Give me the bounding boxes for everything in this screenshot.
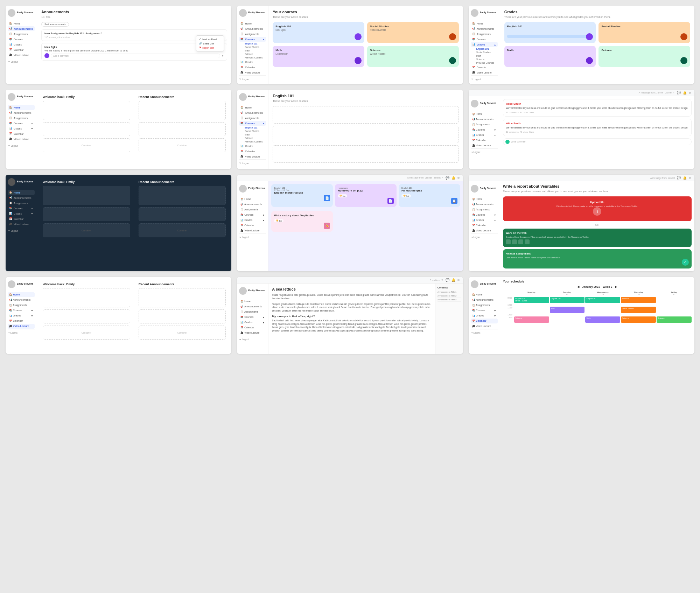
logout-2[interactable]: ↪ Logout <box>239 78 266 81</box>
s9-calendar[interactable]: 📅 Calendar <box>471 223 498 228</box>
sidebar-courses-5[interactable]: 📚 Courses ▲ <box>239 121 266 126</box>
sidebar-assign-7[interactable]: 📋 Assignments <box>8 201 35 205</box>
sidebar-home-3[interactable]: 🏠 Home <box>471 21 498 26</box>
logout-10[interactable]: ↪ Logout <box>8 332 35 334</box>
s10-video[interactable]: 🎥 Video Lecture <box>8 324 35 329</box>
sidebar-announce-4[interactable]: 📢 Announcements <box>8 110 35 115</box>
sidebar-video-2[interactable]: 🎥 Video Lecture <box>239 70 266 75</box>
toc-item-2[interactable]: Annoucement Title 2 <box>438 294 461 298</box>
sub-g-prev-3[interactable]: Previous Courses <box>471 61 498 64</box>
s10-announce[interactable]: 📢 Announcements <box>8 298 35 302</box>
reply-input-1[interactable]: Write comment <box>503 138 692 145</box>
likes-count[interactable]: 41 Likes <box>520 111 528 113</box>
s9-announce[interactable]: 📢 Announcements <box>471 202 498 207</box>
grade-math[interactable]: Math <box>504 46 596 67</box>
sidebar-assign-6[interactable]: 📋 Assignments <box>471 122 498 127</box>
sidebar-item-video-1[interactable]: 🎥Video Lecture <box>8 53 35 57</box>
sidebar-courses-6[interactable]: 📚 Courses ▼ <box>471 127 498 132</box>
sched-ev-sci-thu2[interactable]: Science <box>621 316 656 323</box>
bell-icon-8[interactable]: 🔔 <box>451 176 455 180</box>
sched-ev-sci-fri[interactable]: Science <box>657 316 692 323</box>
sidebar-assign-4[interactable]: 📋 Assignments <box>8 116 35 120</box>
s10-assign[interactable]: 📋 Assignments <box>8 303 35 308</box>
grade-science[interactable]: Science <box>598 46 690 67</box>
sub-s5[interactable]: Social Studies <box>239 130 266 133</box>
s10-courses[interactable]: 📚 Courses ▼ <box>8 308 35 313</box>
chat-icon-9[interactable]: 💬 <box>677 176 681 180</box>
sidebar-home-7[interactable]: 🏠 Home <box>8 190 35 195</box>
sidebar-item-announcements-1[interactable]: 📢Announcements <box>8 26 35 31</box>
sidebar-announce-5[interactable]: 📢 Announcements <box>239 110 266 115</box>
s10-home[interactable]: 🏠 Home <box>8 292 35 297</box>
sidebar-grades-4[interactable]: 📊 Grades ▼ <box>8 126 35 131</box>
sidebar-item-assignments-1[interactable]: 📋Assignments <box>8 32 35 36</box>
sched-ev-math-tue[interactable]: Math <box>550 307 585 313</box>
prev-week-btn[interactable]: ◀ <box>577 285 579 288</box>
logout-7[interactable]: ↪ Logout <box>8 229 35 232</box>
s12-home[interactable]: 🏠 Home <box>471 292 498 297</box>
s8-grades[interactable]: 📊 Grades ▼ <box>239 218 266 223</box>
menu-mark-read[interactable]: ✓ Mark as Read <box>196 37 224 41</box>
sub-science-2[interactable]: Science <box>239 53 266 56</box>
sub-sc5[interactable]: Science <box>239 137 266 140</box>
sidebar-item-courses-1[interactable]: 📚Courses <box>8 37 35 42</box>
s11-video[interactable]: 🎥 Video Lecture <box>239 330 266 335</box>
s11-announce[interactable]: 📢 Announcements <box>239 304 266 309</box>
sidebar-assign-5[interactable]: 📋 Assignments <box>239 116 266 120</box>
sidebar-grades-5[interactable]: 📊 Grades <box>239 144 266 148</box>
send-icon[interactable]: ➤ <box>222 54 224 57</box>
sidebar-video-7[interactable]: 🎥 Video Lecture <box>8 222 35 226</box>
assign-card-2[interactable]: Homework Homework on p.12 🏆 1st 📄 <box>335 184 397 207</box>
s10-grades[interactable]: 📊 Grades ▼ <box>8 313 35 318</box>
logout-11[interactable]: ↪ Logout <box>239 338 266 341</box>
s11-assign[interactable]: 📋 Assignments <box>239 309 266 314</box>
logout-9[interactable]: ↪ Logout <box>471 236 498 239</box>
logout-5[interactable]: ↪ Logout <box>239 162 266 165</box>
sidebar-item-home-1[interactable]: 🏠Home <box>8 21 35 26</box>
s12-assign[interactable]: 📋 Assignments <box>471 303 498 308</box>
toc-item-1[interactable]: Annoucement Title 1 <box>438 290 461 294</box>
sub-math-2[interactable]: Math <box>239 49 266 52</box>
sidebar-calendar-3[interactable]: 📅 Calendar <box>471 65 498 70</box>
sidebar-courses-2[interactable]: 📚 Courses ▲ <box>239 37 266 42</box>
s11-calendar[interactable]: 📅 Calendar <box>239 325 266 330</box>
sidebar-video-3[interactable]: 🎥 Video Lecture <box>471 70 498 75</box>
logout-8[interactable]: ↪ Logout <box>239 236 266 239</box>
save-btn[interactable]: Save <box>529 111 534 113</box>
toc-item-3[interactable]: Annoucement Title 3 <box>438 298 461 302</box>
sidebar-announce-2[interactable]: 📢 Announcements <box>239 26 266 31</box>
s9-assign[interactable]: 📋 Assignments <box>471 207 498 212</box>
sub-g-math-3[interactable]: Math <box>471 54 498 57</box>
sidebar-item-grades-1[interactable]: 📊Grades <box>8 42 35 47</box>
bell-icon-9[interactable]: 🔔 <box>683 176 687 180</box>
sched-ev-sci-mon[interactable]: Science <box>514 316 549 323</box>
sidebar-calendar-6[interactable]: 📅 Calendar <box>471 138 498 143</box>
logout-1[interactable]: ↪ Logout <box>8 60 35 63</box>
comment-input[interactable]: Add a comment <box>51 54 220 58</box>
s12-announce[interactable]: 📢 Announcements <box>471 298 498 302</box>
sub-m5[interactable]: Math <box>239 133 266 136</box>
s8-calendar[interactable]: 📅 Calendar <box>239 223 266 228</box>
s9-video[interactable]: 🎥 Video Lecture <box>471 228 498 233</box>
finalize-icon[interactable]: ✓ <box>682 259 689 266</box>
sidebar-video-6[interactable]: 🎥 Video Lecture <box>471 143 498 148</box>
assign-card-4[interactable]: Write a story about Vegitables 🏆 1st ✏️ <box>271 211 333 232</box>
sched-ev-eng-mon[interactable]: English 10108 feb. - 09 feb. <box>514 297 549 303</box>
s11-grades[interactable]: 📊 Grades ▼ <box>239 320 266 325</box>
upload-area[interactable]: Upload file Click here to find. Please m… <box>503 196 692 221</box>
sub-g-science-3[interactable]: Science <box>471 58 498 61</box>
sub-e5[interactable]: English 101 <box>239 126 266 129</box>
s11-home[interactable]: 🏠 Home <box>239 299 266 304</box>
logout-6[interactable]: ↪ Logout <box>471 151 498 154</box>
course-english[interactable]: English 101 Nick Eglis <box>273 22 364 43</box>
sidebar-grades-7[interactable]: 📊 Grades ▼ <box>8 211 35 216</box>
sidebar-home-5[interactable]: 🏠 Home <box>239 105 266 110</box>
sort-btn[interactable]: Sort annoucements <box>41 22 69 27</box>
chat-icon-8[interactable]: 💬 <box>446 176 449 180</box>
sched-ev-soc-thu[interactable]: Social Studies <box>621 307 656 313</box>
sidebar-home-2[interactable]: 🏠 Home <box>239 21 266 26</box>
assign-card-3[interactable]: English 101 Fill out the quiz 🏆 1st 📋 <box>399 184 460 207</box>
sidebar-calendar-2[interactable]: 📅 Calendar <box>239 65 266 70</box>
sidebar-video-4[interactable]: 🎥 Video Lecture <box>8 137 35 141</box>
assign-card-1[interactable]: English 101 17 feb. - 19. feb. English I… <box>271 184 333 207</box>
